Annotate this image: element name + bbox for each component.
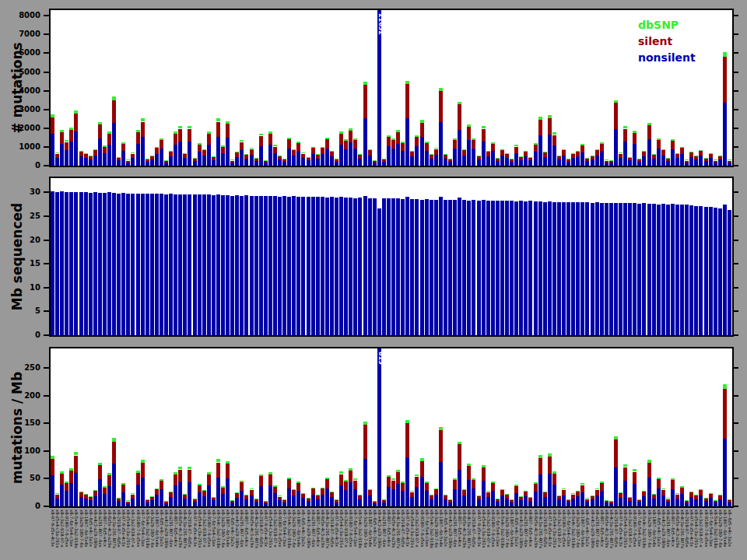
right-tick-mark [732, 165, 738, 166]
bar-segment-nonsilent [311, 495, 315, 506]
sample-id-label: x8-7-6z-5x4-c3ax [352, 509, 357, 560]
bar-segment-silent [358, 155, 362, 159]
bar-segment-nonsilent [301, 498, 305, 506]
bar-segment-silent [344, 481, 348, 490]
bar-segment-dbsnp [491, 142, 495, 144]
bar-segment-mb-sequenced [287, 197, 291, 335]
bar-segment-silent [576, 152, 580, 156]
bar-segment-nonsilent [619, 498, 622, 506]
y-tick-label: 8000 [9, 11, 40, 20]
bar-segment-nonsilent [131, 499, 135, 506]
sample-id-label: x8-x4c3-a29-180x [234, 509, 239, 560]
bar-segment-nonsilent [363, 459, 367, 506]
bar-segment-dbsnp [405, 81, 409, 84]
sample-id-label: x8-z5x4-c3a-291x [622, 509, 627, 560]
sample-id-label: x8-5x4c-3a2-918x [429, 509, 433, 560]
bar-segment-silent [292, 150, 296, 156]
bar-segment-silent [557, 496, 561, 499]
bar-segment-silent [268, 474, 272, 485]
bar-segment-silent [482, 129, 486, 142]
sample-id-label: x8-807--6z5-x4cx [244, 509, 248, 560]
right-tick-mark [732, 72, 738, 73]
bar-segment-silent [514, 486, 518, 493]
bar-segment-nonsilent [264, 503, 268, 506]
bar-segment-silent [548, 457, 552, 474]
sample-id-label: x8-07-6-z5x-4c3x [334, 509, 338, 560]
bar-segment-nonsilent [178, 142, 182, 166]
bar-segment-dbsnp [198, 143, 202, 145]
bar-segment-nonsilent [505, 158, 509, 166]
bar-segment-silent [671, 480, 675, 489]
sample-id-label: x8-3a29-180-7-6x [575, 509, 580, 560]
bar-segment-mb-sequenced [207, 194, 211, 335]
bar-segment-silent [675, 154, 679, 158]
bar-segment-mb-sequenced [685, 205, 689, 335]
bar-segment-dbsnp [500, 149, 504, 150]
bar-segment-dbsnp [330, 151, 334, 152]
bar-segment-mb-sequenced [254, 196, 258, 335]
left-tick-mark [44, 395, 50, 397]
sample-id-label: x8-7-6z-5x4-c3ax [68, 509, 73, 560]
bar-segment-dbsnp [524, 491, 528, 492]
bar-segment-silent [107, 134, 111, 145]
bar-segment-nonsilent [330, 156, 334, 166]
bar-segment-dbsnp [226, 461, 230, 464]
bar-segment-dbsnp [405, 420, 409, 423]
bar-segment-mb-sequenced [112, 193, 116, 335]
bar-segment-dbsnp [178, 467, 182, 469]
y-tick-label: 6000 [9, 48, 40, 58]
bar-segment-mb-sequenced [387, 198, 391, 335]
bar-segment-silent [680, 148, 684, 154]
bar-segment-nonsilent [704, 501, 708, 506]
bar-segment-dbsnp [595, 488, 599, 489]
bar-segment-nonsilent [453, 149, 457, 166]
bar-segment-silent [207, 474, 211, 485]
bar-segment-mb-sequenced [107, 192, 111, 335]
bar-segment-silent [718, 156, 722, 159]
bar-segment-dbsnp [671, 139, 675, 141]
bar-segment-nonsilent [528, 501, 532, 506]
bar-segment-dbsnp [467, 464, 471, 466]
sample-id-label: x8--6z5-x4c-3a2x [230, 509, 234, 560]
bar-segment-silent [174, 474, 177, 485]
bar-segment-silent [623, 467, 627, 481]
bar-segment-silent [349, 470, 352, 482]
bar-segment-nonsilent [728, 163, 731, 166]
sample-id-label: x8-6z5x-4c3-a29x [675, 509, 679, 560]
bar-segment-silent [514, 147, 518, 153]
bar-segment-dbsnp [605, 500, 608, 501]
bar-segment-dbsnp [358, 495, 362, 495]
bar-segment-mb-sequenced [146, 194, 149, 335]
bar-segment-nonsilent [410, 156, 414, 166]
bar-segment-nonsilent [666, 161, 670, 166]
bar-segment-dbsnp [458, 102, 461, 104]
bar-segment-silent [321, 148, 324, 154]
sample-id-label: x8-z5x4-c3a-291x [197, 509, 202, 560]
bar-segment-silent [552, 474, 556, 485]
bar-segment-nonsilent [307, 160, 310, 166]
sample-id-label: x8-2918-07--6z5x [258, 509, 263, 560]
right-tick-mark [732, 146, 738, 148]
bar-segment-nonsilent [316, 499, 320, 506]
bar-segment-mb-sequenced [680, 205, 684, 335]
sample-id-label: x8-2918-07--6z5x [116, 509, 121, 560]
sample-id-label: x8--6z5-x4c-3a2x [727, 509, 731, 560]
sample-id-label: x8-3a29-180-7-6x [363, 509, 367, 560]
right-tick-mark [732, 263, 738, 264]
bar-segment-silent [600, 143, 604, 151]
sample-id-label: x8--6z5-x4c-3a2x [88, 509, 93, 560]
sample-id-label: x8-6z5x-4c3-a29x [604, 509, 608, 560]
left-tick-mark [44, 240, 50, 241]
bar-segment-mb-sequenced [65, 192, 68, 335]
bar-segment-nonsilent [699, 495, 703, 506]
bar-segment-dbsnp [254, 499, 258, 499]
bar-segment-dbsnp [216, 459, 220, 462]
bar-segment-nonsilent [557, 159, 561, 166]
bar-segment-nonsilent [250, 495, 254, 506]
bar-segment-dbsnp [353, 138, 357, 140]
bar-segment-dbsnp [282, 499, 286, 500]
bar-segment-silent [458, 443, 461, 470]
bar-segment-nonsilent [557, 499, 561, 506]
bar-segment-silent [614, 103, 618, 129]
bar-segment-nonsilent [637, 502, 641, 506]
